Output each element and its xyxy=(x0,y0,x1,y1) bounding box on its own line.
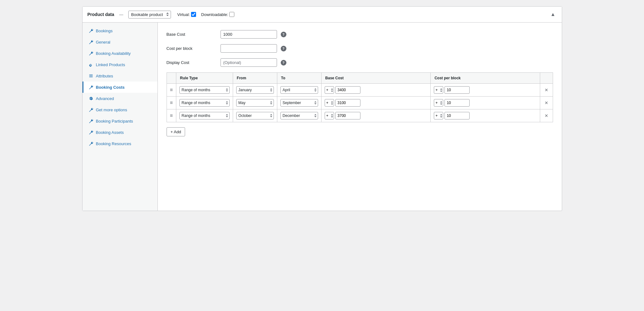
cost-table-header-row: Rule Type From To Base Cost Cost per blo… xyxy=(167,73,553,84)
base-cost-input[interactable] xyxy=(221,30,277,39)
sidebar-item-label-booking-availability: Booking Availability xyxy=(96,51,131,56)
to-month-select[interactable]: JanuaryFebruaryMarchAprilMayJuneJulyAugu… xyxy=(280,99,318,107)
display-cost-group: Display Cost ? xyxy=(167,58,553,67)
rule-type-select[interactable]: Range of monthsDate rangeTime rangeRange… xyxy=(179,99,230,107)
sidebar-item-advanced[interactable]: Advanced xyxy=(82,93,157,104)
from-cell: JanuaryFebruaryMarchAprilMayJuneJulyAugu… xyxy=(233,97,277,109)
product-type-select[interactable]: Bookable product xyxy=(128,11,171,18)
sidebar-item-label-get-more-options: Get more options xyxy=(96,108,127,112)
from-month-select[interactable]: JanuaryFebruaryMarchAprilMayJuneJulyAugu… xyxy=(236,86,274,94)
table-row: ≡Range of monthsDate rangeTime rangeRang… xyxy=(167,97,553,109)
svg-rect-0 xyxy=(89,75,93,75)
cost-table-body: ≡Range of monthsDate rangeTime rangeRang… xyxy=(167,84,553,122)
wrench-icon xyxy=(88,141,93,146)
to-month-select[interactable]: JanuaryFebruaryMarchAprilMayJuneJulyAugu… xyxy=(280,112,318,119)
sidebar-item-booking-assets[interactable]: Booking Assets xyxy=(82,127,157,138)
sidebar-item-label-bookings: Bookings xyxy=(96,29,113,33)
sidebar-item-bookings[interactable]: Bookings xyxy=(82,25,157,36)
sidebar-item-label-booking-costs: Booking Costs xyxy=(96,85,125,90)
display-cost-help-icon[interactable]: ? xyxy=(281,60,286,66)
cost-per-block-cell: +-x÷= xyxy=(431,109,540,122)
main-content: Base Cost ? Cost per block ? Display Cos… xyxy=(158,23,562,211)
remove-row-button[interactable]: ✕ xyxy=(543,86,550,94)
to-month-select[interactable]: JanuaryFebruaryMarchAprilMayJuneJulyAugu… xyxy=(280,86,318,94)
rule-type-select[interactable]: Range of monthsDate rangeTime rangeRange… xyxy=(179,86,230,94)
remove-cell: ✕ xyxy=(540,109,553,122)
panel-title-sep: — xyxy=(119,12,123,17)
base-cost-modifier-select[interactable]: +-x÷= xyxy=(325,99,334,107)
downloadable-text: Downloadable: xyxy=(201,12,228,17)
drag-handle[interactable]: ≡ xyxy=(167,109,176,122)
remove-row-button[interactable]: ✕ xyxy=(543,99,550,107)
virtual-downloadable: Virtual: Downloadable: xyxy=(177,12,234,17)
base-cost-value-input[interactable] xyxy=(335,112,360,119)
table-row: ≡Range of monthsDate rangeTime rangeRang… xyxy=(167,109,553,122)
th-rule-type: Rule Type xyxy=(176,73,233,84)
from-month-select[interactable]: JanuaryFebruaryMarchAprilMayJuneJulyAugu… xyxy=(236,112,274,119)
cost-per-block-modifier-select[interactable]: +-x÷= xyxy=(434,99,443,107)
cost-per-block-cell: +-x÷= xyxy=(431,84,540,97)
sidebar-item-label-booking-assets: Booking Assets xyxy=(96,130,124,135)
to-cell: JanuaryFebruaryMarchAprilMayJuneJulyAugu… xyxy=(277,109,321,122)
cost-per-block-modifier-select[interactable]: +-x÷= xyxy=(434,112,443,119)
remove-row-button[interactable]: ✕ xyxy=(543,112,550,119)
base-cost-group: Base Cost ? xyxy=(167,30,553,39)
cost-per-block-label: Cost per block xyxy=(167,46,217,51)
sidebar-item-general[interactable]: General xyxy=(82,36,157,48)
cost-per-block-value-input[interactable] xyxy=(444,112,470,119)
wrench-icon xyxy=(88,107,93,112)
panel-header: Product data — Bookable product Virtual:… xyxy=(82,7,562,23)
cost-per-block-input[interactable] xyxy=(221,44,277,53)
sidebar-item-booking-resources[interactable]: Booking Resources xyxy=(82,138,157,149)
wrench-icon xyxy=(88,51,93,56)
th-from: From xyxy=(233,73,277,84)
sidebar-item-linked-products[interactable]: Linked Products xyxy=(82,59,157,70)
base-cost-value-input[interactable] xyxy=(335,99,360,107)
link-icon xyxy=(88,62,93,67)
base-cost-modifier-select[interactable]: +-x÷= xyxy=(325,112,334,119)
collapse-button[interactable]: ▲ xyxy=(549,10,557,18)
base-cost-cell: +-x÷= xyxy=(321,109,430,122)
cost-per-block-cell: +-x÷= xyxy=(431,97,540,109)
product-data-panel: Product data — Bookable product Virtual:… xyxy=(82,6,562,211)
sidebar-item-booking-participants[interactable]: Booking Participants xyxy=(82,115,157,127)
display-cost-input[interactable] xyxy=(221,58,277,67)
sidebar-item-booking-costs[interactable]: Booking Costs xyxy=(82,82,157,93)
cost-per-block-value-input[interactable] xyxy=(444,86,470,94)
add-rule-button[interactable]: + Add xyxy=(167,127,185,136)
from-cell: JanuaryFebruaryMarchAprilMayJuneJulyAugu… xyxy=(233,109,277,122)
cost-table: Rule Type From To Base Cost Cost per blo… xyxy=(167,72,553,122)
base-cost-modifier-select[interactable]: +-x÷= xyxy=(325,86,334,94)
base-cost-help-icon[interactable]: ? xyxy=(281,32,286,37)
base-cost-cell: +-x÷= xyxy=(321,97,430,109)
th-cost-per-block: Cost per block xyxy=(431,73,540,84)
sidebar-item-label-booking-resources: Booking Resources xyxy=(96,141,131,146)
drag-handle[interactable]: ≡ xyxy=(167,97,176,109)
rule-type-cell: Range of monthsDate rangeTime rangeRange… xyxy=(176,109,233,122)
sidebar-item-label-advanced: Advanced xyxy=(96,96,114,101)
sidebar-item-get-more-options[interactable]: Get more options xyxy=(82,104,157,115)
sidebar-item-label-booking-participants: Booking Participants xyxy=(96,119,133,124)
sidebar-item-attributes[interactable]: Attributes xyxy=(82,70,157,82)
cost-per-block-help-icon[interactable]: ? xyxy=(281,46,286,51)
wrench-icon xyxy=(88,85,93,90)
base-cost-value-input[interactable] xyxy=(335,86,360,94)
cost-per-block-value-input[interactable] xyxy=(444,99,470,107)
rule-type-select[interactable]: Range of monthsDate rangeTime rangeRange… xyxy=(179,112,230,119)
drag-handle[interactable]: ≡ xyxy=(167,84,176,97)
downloadable-checkbox[interactable] xyxy=(229,12,234,17)
sidebar-item-booking-availability[interactable]: Booking Availability xyxy=(82,48,157,59)
base-cost-label: Base Cost xyxy=(167,32,217,37)
display-cost-label: Display Cost xyxy=(167,60,217,65)
base-cost-cell: +-x÷= xyxy=(321,84,430,97)
sidebar-item-label-general: General xyxy=(96,40,110,45)
virtual-checkbox[interactable] xyxy=(191,12,196,17)
from-month-select[interactable]: JanuaryFebruaryMarchAprilMayJuneJulyAugu… xyxy=(236,99,274,107)
gear-icon xyxy=(88,96,93,101)
table-row: ≡Range of monthsDate rangeTime rangeRang… xyxy=(167,84,553,97)
panel-body: BookingsGeneralBooking AvailabilityLinke… xyxy=(82,23,562,211)
downloadable-label: Downloadable: xyxy=(201,12,234,17)
wrench-icon xyxy=(88,28,93,33)
svg-rect-1 xyxy=(89,76,93,76)
cost-per-block-modifier-select[interactable]: +-x÷= xyxy=(434,86,443,94)
